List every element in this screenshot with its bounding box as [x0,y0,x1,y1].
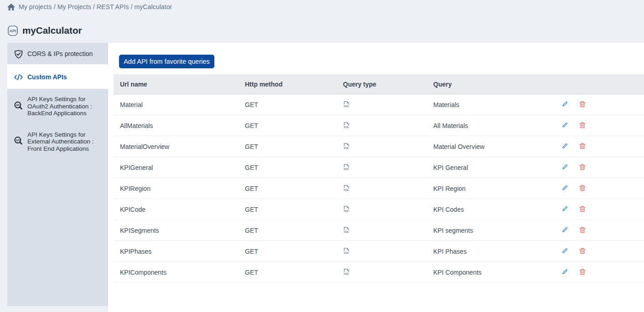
svg-text:SQL: SQL [343,209,349,212]
svg-text:API: API [9,29,16,33]
svg-text:SQL: SQL [343,251,349,254]
svg-text:SQL: SQL [343,167,349,170]
svg-text:SQL: SQL [343,125,349,128]
svg-text:API: API [16,103,20,106]
svg-text:SQL: SQL [343,188,349,191]
svg-text:SQL: SQL [343,146,349,149]
svg-text:SQL: SQL [343,230,349,233]
svg-text:SQL: SQL [343,272,349,275]
svg-text:SQL: SQL [343,104,349,107]
svg-text:API: API [16,139,20,142]
